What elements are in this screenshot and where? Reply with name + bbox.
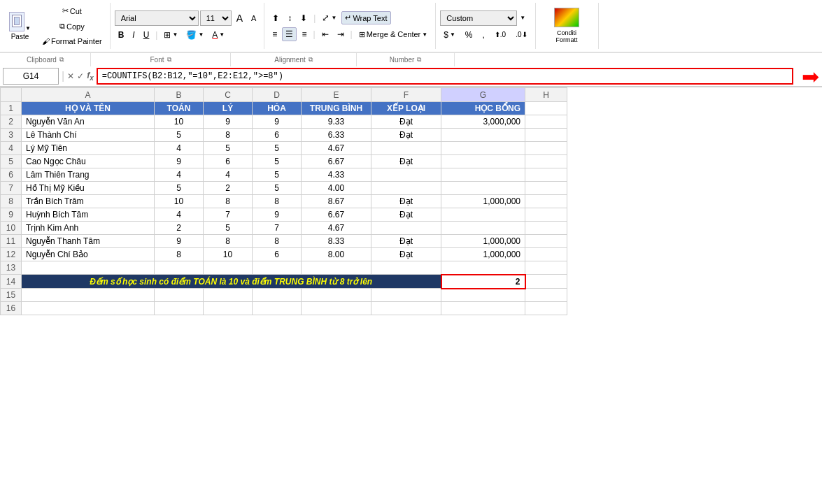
cell-A10[interactable]: Trịnh Kim Anh — [22, 222, 155, 235]
cell-H15[interactable] — [525, 289, 567, 302]
cell-C2[interactable]: 9 — [204, 115, 253, 129]
cell-E10[interactable]: 4.67 — [302, 222, 371, 235]
cell-H13[interactable] — [525, 261, 567, 275]
cell-A11[interactable]: Nguyễn Thanh Tâm — [22, 235, 155, 248]
cell-E2[interactable]: 9.33 — [302, 115, 371, 129]
number-format-select[interactable]: Custom — [440, 10, 517, 26]
cell-H4[interactable] — [525, 142, 567, 155]
cell-B11[interactable]: 9 — [155, 235, 204, 248]
cell-G9[interactable] — [441, 208, 525, 222]
conditional-formatting-button[interactable]: ConditiFormatt — [551, 6, 583, 46]
cell-C11[interactable]: 8 — [204, 235, 253, 248]
font-color-button[interactable]: A▼ — [208, 28, 228, 42]
cell-A4[interactable]: Lý Mỹ Tiên — [22, 142, 155, 155]
decrease-indent-button[interactable]: ⇤ — [318, 27, 332, 41]
cell-B16[interactable] — [155, 302, 204, 315]
cell-A3[interactable]: Lê Thành Chí — [22, 129, 155, 142]
comma-button[interactable]: , — [479, 28, 488, 42]
cell-F6[interactable] — [371, 168, 441, 182]
col-header-E[interactable]: E — [302, 88, 371, 102]
cell-G11[interactable]: 1,000,000 — [441, 235, 525, 248]
cell-E4[interactable]: 4.67 — [302, 142, 371, 155]
alignment-expand-icon[interactable]: ⧉ — [309, 56, 313, 64]
cell-F13[interactable] — [371, 261, 441, 275]
cell-B8[interactable]: 10 — [155, 195, 204, 208]
cell-F16[interactable] — [371, 302, 441, 315]
dec-inc-button[interactable]: ⬆.0 — [491, 29, 509, 41]
font-grow-button[interactable]: A — [233, 10, 246, 26]
angle-text-button[interactable]: ⤢▼ — [318, 10, 340, 25]
cell-H10[interactable] — [525, 222, 567, 235]
cell-G13[interactable] — [441, 261, 525, 275]
col-header-F[interactable]: F — [371, 88, 441, 102]
font-name-select[interactable]: Arial — [115, 10, 199, 26]
col-header-H[interactable]: H — [525, 88, 567, 102]
align-right-button[interactable]: ≡ — [298, 27, 310, 41]
cell-D8[interactable]: 8 — [253, 195, 302, 208]
cell-G2[interactable]: 3,000,000 — [441, 115, 525, 129]
underline-button[interactable]: U — [140, 28, 153, 42]
cell-D7[interactable]: 5 — [253, 182, 302, 195]
cell-A8[interactable]: Trần Bích Trâm — [22, 195, 155, 208]
cell-H11[interactable] — [525, 235, 567, 248]
font-size-select[interactable]: 11 — [200, 10, 232, 26]
cell-H14[interactable] — [525, 275, 567, 289]
cell-C12[interactable]: 10 — [204, 248, 253, 261]
cell-E12[interactable]: 8.00 — [302, 248, 371, 261]
cell-B12[interactable]: 8 — [155, 248, 204, 261]
align-middle-button[interactable]: ↕ — [284, 11, 295, 25]
cell-E7[interactable]: 4.00 — [302, 182, 371, 195]
cell-C15[interactable] — [204, 289, 253, 302]
bold-button[interactable]: B — [115, 28, 128, 42]
align-bottom-button[interactable]: ⬇ — [297, 11, 311, 25]
cell-E15[interactable] — [302, 289, 371, 302]
cell-D4[interactable]: 5 — [253, 142, 302, 155]
cell-B6[interactable]: 4 — [155, 168, 204, 182]
cell-G5[interactable] — [441, 155, 525, 168]
cell-B9[interactable]: 4 — [155, 208, 204, 222]
cell-A13[interactable] — [22, 261, 155, 275]
cell-D1[interactable]: HÓA — [253, 102, 302, 115]
cell-D10[interactable]: 7 — [253, 222, 302, 235]
cell-E11[interactable]: 8.33 — [302, 235, 371, 248]
cell-B7[interactable]: 5 — [155, 182, 204, 195]
cell-C1[interactable]: LÝ — [204, 102, 253, 115]
cell-B10[interactable]: 2 — [155, 222, 204, 235]
col-header-A[interactable]: A — [22, 88, 155, 102]
col-header-C[interactable]: C — [204, 88, 253, 102]
cell-A5[interactable]: Cao Ngọc Châu — [22, 155, 155, 168]
cell-D2[interactable]: 9 — [253, 115, 302, 129]
spreadsheet[interactable]: A B C D E F G H 1 HỌ VÀ TÊN TOÁN LÝ HÓA … — [0, 87, 822, 462]
italic-button[interactable]: I — [129, 28, 138, 42]
cell-A1[interactable]: HỌ VÀ TÊN — [22, 102, 155, 115]
cell-C7[interactable]: 2 — [204, 182, 253, 195]
cell-B4[interactable]: 4 — [155, 142, 204, 155]
cell-G7[interactable] — [441, 182, 525, 195]
cell-G12[interactable]: 1,000,000 — [441, 248, 525, 261]
cell-E13[interactable] — [302, 261, 371, 275]
col-header-G[interactable]: G — [441, 88, 525, 102]
format-painter-button[interactable]: 🖌 Format Painter — [38, 35, 106, 48]
summary-label[interactable]: Đếm số học sinh có điểm TOÁN là 10 và đi… — [22, 275, 441, 289]
cell-G15[interactable] — [441, 289, 525, 302]
cell-C16[interactable] — [204, 302, 253, 315]
cancel-formula-icon[interactable]: ✕ — [67, 71, 74, 81]
align-center-button[interactable]: ☰ — [282, 27, 297, 41]
cell-G14[interactable]: 2 — [441, 275, 525, 289]
clipboard-expand-icon[interactable]: ⧉ — [59, 56, 64, 64]
cell-A16[interactable] — [22, 302, 155, 315]
cell-E9[interactable]: 6.67 — [302, 208, 371, 222]
number-expand-icon[interactable]: ⧉ — [417, 56, 421, 64]
cell-G6[interactable] — [441, 168, 525, 182]
cell-B15[interactable] — [155, 289, 204, 302]
cell-E3[interactable]: 6.33 — [302, 129, 371, 142]
font-expand-icon[interactable]: ⧉ — [167, 56, 171, 64]
cell-E1[interactable]: TRUNG BÌNH — [302, 102, 371, 115]
cell-B3[interactable]: 5 — [155, 129, 204, 142]
cell-D9[interactable]: 9 — [253, 208, 302, 222]
cell-D11[interactable]: 8 — [253, 235, 302, 248]
cell-A12[interactable]: Nguyễn Chí Bảo — [22, 248, 155, 261]
cell-F8[interactable]: Đạt — [371, 195, 441, 208]
cell-G10[interactable] — [441, 222, 525, 235]
cell-F1[interactable]: XẾP LOẠI — [371, 102, 441, 115]
